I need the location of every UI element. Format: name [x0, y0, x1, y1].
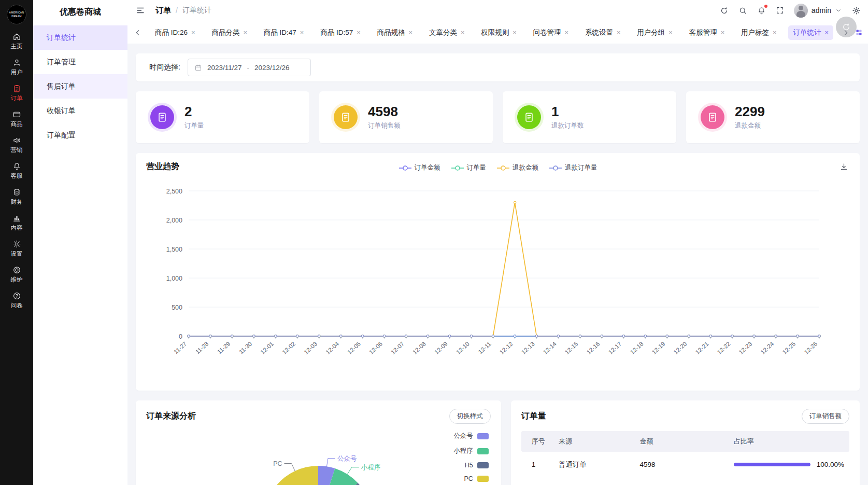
stat-card: 2订单量: [136, 91, 309, 143]
svg-text:小程序: 小程序: [361, 464, 381, 471]
tab-7[interactable]: 问卷管理×: [529, 25, 574, 40]
tab-12[interactable]: 订单统计×: [788, 25, 833, 40]
tab-5[interactable]: 文章分类×: [424, 25, 469, 40]
sidebar-item-survey[interactable]: 问卷: [0, 288, 33, 314]
search-icon[interactable]: [738, 6, 747, 15]
menu-item-cashier-orders[interactable]: 收银订单: [33, 99, 127, 123]
switch-style-button[interactable]: 切换样式: [449, 409, 491, 424]
download-icon: [839, 162, 848, 171]
pie-legend-item[interactable]: 小程序: [453, 447, 489, 455]
tab-label: 系统设置: [585, 28, 613, 37]
stat-card: 4598订单销售额: [319, 91, 493, 143]
tab-close-icon[interactable]: ×: [409, 29, 413, 36]
sidebar-item-label: 问卷: [11, 302, 23, 310]
stat-receipt-icon: [701, 105, 724, 129]
tab-close-icon[interactable]: ×: [461, 29, 465, 36]
content: 时间选择: 2023/11/27 - 2023/12/26 2订单量4598订单…: [127, 44, 868, 485]
menu-item-label: 收银订单: [47, 106, 76, 116]
stat-label: 订单销售额: [368, 121, 401, 130]
app-logo[interactable]: AMERICAN DREAM: [7, 5, 26, 24]
svg-text:12-18: 12-18: [629, 341, 645, 356]
pie-legend-item[interactable]: PC: [453, 475, 489, 482]
sidebar-item-maintain[interactable]: 维护: [0, 262, 33, 288]
sidebar-item-marketing[interactable]: 营销: [0, 132, 33, 158]
tab-close-icon[interactable]: ×: [668, 29, 673, 36]
legend-item[interactable]: 退款金额: [496, 163, 538, 172]
tab-close-icon[interactable]: ×: [357, 29, 361, 36]
svg-text:12-19: 12-19: [651, 341, 666, 356]
tab-2[interactable]: 商品 ID:47×: [259, 25, 309, 40]
svg-text:12-22: 12-22: [716, 341, 732, 356]
tab-6[interactable]: 权限规则×: [476, 25, 521, 40]
svg-text:2,000: 2,000: [166, 217, 182, 224]
table-body: 1普通订单4598100.00%: [521, 452, 849, 478]
tabs-scroll-left-icon[interactable]: [133, 29, 143, 37]
sidebar-item-orders[interactable]: 订单: [0, 80, 33, 106]
menu-item-order-manage[interactable]: 订单管理: [33, 50, 127, 74]
tab-close-icon[interactable]: ×: [243, 29, 247, 36]
tab-9[interactable]: 用户分组×: [632, 25, 677, 40]
tab-close-icon[interactable]: ×: [565, 29, 569, 36]
refresh-icon[interactable]: [720, 6, 729, 15]
svg-text:12-05: 12-05: [346, 341, 362, 356]
sidebar-item-finance[interactable]: 财务: [0, 184, 33, 210]
sidebar-item-service[interactable]: 客服: [0, 158, 33, 184]
legend-item[interactable]: 退款订单量: [549, 163, 597, 172]
order-source-pie-chart[interactable]: 公众号小程序APPPC: [194, 428, 443, 485]
sidebar-item-users[interactable]: 用户: [0, 54, 33, 80]
tab-8[interactable]: 系统设置×: [580, 25, 625, 40]
date-range-picker[interactable]: 2023/11/27 - 2023/12/26: [188, 59, 311, 76]
legend-item[interactable]: 订单量: [451, 163, 487, 172]
sidebar-item-home[interactable]: 主页: [0, 29, 33, 54]
menu-item-label: 订单统计: [47, 33, 76, 43]
notification-bell-icon[interactable]: [757, 6, 766, 15]
tab-11[interactable]: 用户标签×: [736, 25, 781, 40]
gear-icon[interactable]: [852, 6, 861, 15]
pie-legend-item[interactable]: H5: [453, 462, 489, 469]
stat-receipt-icon: [334, 105, 358, 129]
pie-legend-item[interactable]: 公众号: [453, 432, 489, 440]
breadcrumb-section[interactable]: 订单: [155, 6, 171, 16]
svg-text:12-09: 12-09: [433, 341, 449, 356]
tab-close-icon[interactable]: ×: [300, 29, 304, 36]
stat-value: 2: [184, 104, 204, 120]
svg-text:12-11: 12-11: [477, 341, 492, 355]
receipt-icon: [707, 112, 718, 123]
menu-item-label: 售后订单: [47, 82, 76, 91]
tab-close-icon[interactable]: ×: [773, 29, 777, 36]
pie-legend-swatch: [477, 448, 489, 454]
tab-4[interactable]: 商品规格×: [373, 25, 418, 40]
date-end: 2023/12/26: [254, 64, 290, 72]
floating-ball[interactable]: [836, 17, 857, 37]
user-menu[interactable]: admin: [794, 4, 842, 18]
svg-text:11-30: 11-30: [238, 341, 253, 355]
tab-0[interactable]: 商品 ID:26×: [150, 25, 200, 40]
legend-label: 订单金额: [415, 163, 440, 172]
trend-line-chart[interactable]: 05001,0001,5002,0002,50011-2711-2811-291…: [146, 177, 849, 375]
tab-close-icon[interactable]: ×: [824, 29, 829, 36]
tab-3[interactable]: 商品 ID:57×: [316, 25, 365, 40]
sidebar-item-settings[interactable]: 设置: [0, 236, 33, 262]
download-icon[interactable]: [839, 162, 848, 173]
sidebar-collapse-icon[interactable]: [136, 6, 145, 15]
menu-item-order-config[interactable]: 订单配置: [33, 123, 127, 147]
legend-item[interactable]: 订单金额: [399, 163, 440, 172]
sidebar-item-label: 营销: [11, 146, 23, 154]
tab-close-icon[interactable]: ×: [513, 29, 517, 36]
tab-close-icon[interactable]: ×: [191, 29, 195, 36]
tab-close-icon[interactable]: ×: [617, 29, 621, 36]
tab-close-icon[interactable]: ×: [721, 29, 725, 36]
tab-1[interactable]: 商品分类×: [207, 25, 252, 40]
order-sales-button[interactable]: 订单销售额: [802, 409, 850, 424]
menu-item-aftersale-orders[interactable]: 售后订单: [33, 74, 127, 99]
sidebar-item-products[interactable]: 商品: [0, 106, 33, 132]
menu-item-order-stats[interactable]: 订单统计: [33, 25, 127, 50]
sidebar-item-content[interactable]: 内容: [0, 210, 33, 236]
pie-legend-label: PC: [464, 475, 473, 482]
trend-title: 营业趋势: [146, 161, 179, 172]
fullscreen-icon[interactable]: [776, 6, 784, 15]
sidebar-item-label: 订单: [11, 94, 23, 102]
tab-label: 文章分类: [429, 28, 457, 37]
tab-10[interactable]: 客服管理×: [685, 25, 730, 40]
primary-nav: 主页用户订单商品营销客服财务内容设置维护问卷: [0, 29, 33, 314]
